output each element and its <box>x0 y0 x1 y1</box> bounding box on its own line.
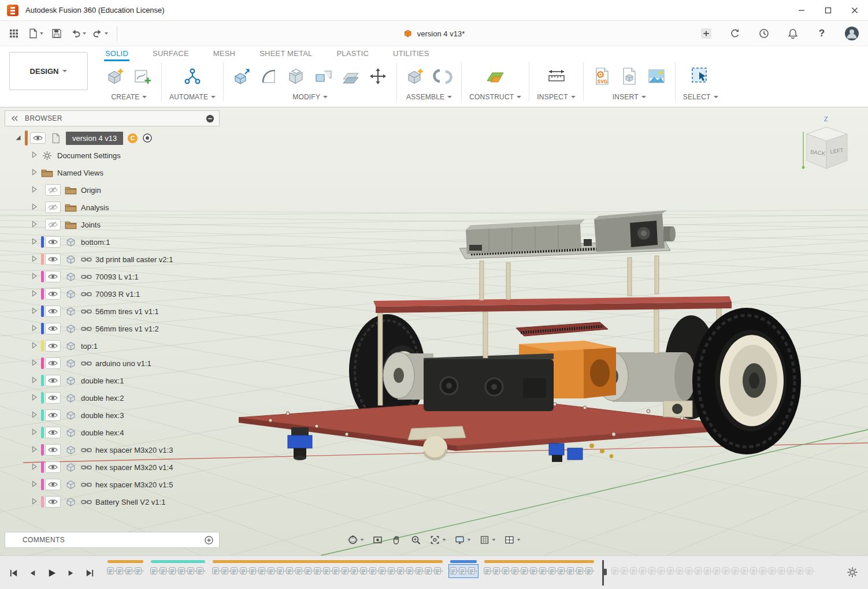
document-tab[interactable]: version 4 v13* <box>403 21 465 46</box>
timeline-feature[interactable] <box>249 565 258 577</box>
browser-row-double-hex-2[interactable]: double hex:2 <box>5 389 220 407</box>
play-button[interactable] <box>44 565 59 580</box>
expand-triangle-icon[interactable] <box>30 497 38 506</box>
visibility-toggle[interactable] <box>45 409 61 421</box>
display-settings-button[interactable] <box>452 533 473 547</box>
timeline-feature[interactable] <box>305 565 314 577</box>
expand-triangle-icon[interactable] <box>30 220 38 229</box>
timeline-feature[interactable] <box>576 565 585 577</box>
add-tab-button[interactable] <box>698 24 714 43</box>
timeline-feature[interactable] <box>648 565 658 577</box>
tool-create-solid-button[interactable] <box>105 64 127 88</box>
in-context-target-icon[interactable] <box>142 133 153 143</box>
tool-shell-button[interactable] <box>285 64 307 88</box>
expand-triangle-icon[interactable] <box>30 376 38 385</box>
browser-row-analysis[interactable]: Analysis <box>5 199 220 216</box>
timeline-feature[interactable] <box>178 565 187 577</box>
tool-offset-face-button[interactable] <box>340 64 362 88</box>
visibility-toggle[interactable] <box>45 254 61 265</box>
sensor-left[interactable] <box>288 427 312 460</box>
tool-create-sketch-button[interactable] <box>132 64 154 88</box>
expand-triangle-icon[interactable] <box>30 185 38 195</box>
pcb-on-gearbox[interactable] <box>516 322 608 336</box>
notifications-button[interactable] <box>785 24 801 43</box>
expand-triangle-icon[interactable] <box>30 255 38 264</box>
visibility-toggle[interactable] <box>45 479 61 490</box>
timeline-feature[interactable] <box>567 565 576 577</box>
tool-combine-button[interactable] <box>313 64 335 88</box>
browser-row-document-settings[interactable]: Document Settings <box>5 147 220 164</box>
browser-row-hex-spacer-m3x20-v1-3[interactable]: hex spacer M3x20 v1:3 <box>5 441 220 458</box>
timeline-feature[interactable] <box>169 565 178 577</box>
redo-button[interactable] <box>90 24 110 43</box>
view-cube[interactable]: Z BACK LEFT <box>794 114 859 179</box>
visibility-toggle[interactable] <box>45 184 61 196</box>
timeline-feature[interactable] <box>286 565 295 577</box>
collapse-panel-icon[interactable] <box>10 115 19 122</box>
browser-row-double-hex-1[interactable]: double hex:1 <box>5 372 220 389</box>
tool-measure-button[interactable] <box>546 64 567 88</box>
collapse-triangle-icon[interactable] <box>14 133 22 143</box>
timeline-feature[interactable] <box>713 565 722 577</box>
tool-press-pull-button[interactable] <box>231 64 253 88</box>
visibility-toggle[interactable] <box>45 271 61 282</box>
tool-construct-plane-button[interactable] <box>484 64 506 88</box>
timeline-feature[interactable] <box>695 565 704 577</box>
ribbon-group-label-select[interactable]: SELECT <box>683 93 718 101</box>
timeline-feature[interactable] <box>221 565 231 577</box>
expand-triangle-icon[interactable] <box>30 393 38 402</box>
minimize-button[interactable] <box>788 0 815 20</box>
timeline-feature[interactable] <box>722 565 732 577</box>
browser-row-hex-spacer-m3x20-v1-4[interactable]: hex spacer M3x20 v1:4 <box>5 458 220 476</box>
ribbon-group-label-create[interactable]: CREATE <box>112 93 147 101</box>
visibility-toggle[interactable] <box>45 461 61 473</box>
browser-row-joints[interactable]: Joints <box>5 216 220 233</box>
timeline-feature[interactable] <box>150 565 159 577</box>
tool-insert-svg-button[interactable]: SVG <box>591 64 613 88</box>
timeline-feature[interactable] <box>769 565 778 577</box>
browser-row-70093-l-v1-1[interactable]: 70093 L v1:1 <box>5 268 220 285</box>
timeline-feature[interactable] <box>741 565 750 577</box>
timeline-feature[interactable] <box>332 565 342 577</box>
timeline-feature[interactable] <box>530 565 539 577</box>
browser-row-battery-shell-v2-v1-1[interactable]: Battery Shell V2 v1:1 <box>5 493 220 510</box>
timeline-feature[interactable] <box>268 565 277 577</box>
timeline-feature[interactable] <box>511 565 521 577</box>
timeline-feature[interactable] <box>116 565 125 577</box>
timeline-feature[interactable] <box>159 565 169 577</box>
step-back-button[interactable] <box>25 565 40 580</box>
ribbon-group-label-insert[interactable]: INSERT <box>613 93 646 101</box>
ribbon-tab-utilities[interactable]: UTILITIES <box>392 48 430 61</box>
visibility-toggle[interactable] <box>45 427 61 438</box>
timeline-feature[interactable] <box>558 565 567 577</box>
timeline-feature[interactable] <box>778 565 787 577</box>
tool-automate-button[interactable] <box>181 64 203 88</box>
timeline-feature[interactable] <box>521 565 530 577</box>
expand-triangle-icon[interactable] <box>30 411 38 420</box>
browser-header[interactable]: BROWSER <box>5 110 220 126</box>
standoffs-upper[interactable] <box>480 256 659 300</box>
ribbon-tab-sheet-metal[interactable]: SHEET METAL <box>258 48 313 61</box>
browser-row-56mm-tires-v1-v1-1[interactable]: 56mm tires v1 v1:1 <box>5 303 220 320</box>
timeline-feature[interactable] <box>187 565 196 577</box>
timeline-feature[interactable] <box>231 565 240 577</box>
timeline-feature[interactable] <box>240 565 249 577</box>
timeline-feature[interactable] <box>323 565 332 577</box>
driver-box[interactable] <box>424 353 554 411</box>
timeline-feature[interactable] <box>704 565 713 577</box>
add-comment-icon[interactable] <box>205 536 213 545</box>
ribbon-tab-solid[interactable]: SOLID <box>104 48 129 61</box>
browser-row-double-hex-3[interactable]: double hex:3 <box>5 407 220 424</box>
step-forward-button[interactable] <box>63 565 78 580</box>
go-to-end-button[interactable] <box>82 565 97 580</box>
timeline-feature[interactable] <box>750 565 759 577</box>
close-button[interactable] <box>841 0 868 20</box>
wheel-right-front[interactable] <box>692 308 801 454</box>
expand-triangle-icon[interactable] <box>30 463 38 472</box>
visibility-toggle[interactable] <box>45 392 61 404</box>
visibility-toggle[interactable] <box>45 444 61 456</box>
pan-button[interactable] <box>390 533 405 547</box>
timeline-feature[interactable] <box>125 565 135 577</box>
expand-triangle-icon[interactable] <box>30 480 38 489</box>
timeline-feature[interactable] <box>342 565 351 577</box>
